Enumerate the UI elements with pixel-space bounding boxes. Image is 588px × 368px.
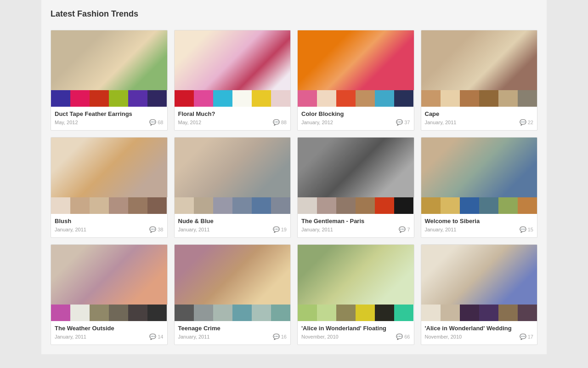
color-swatch xyxy=(175,305,194,321)
color-swatches xyxy=(51,305,167,321)
card-item[interactable]: CapeJanuary, 2011💬 22 xyxy=(421,30,538,131)
color-swatch xyxy=(109,197,128,214)
color-swatch xyxy=(298,305,317,321)
color-swatch xyxy=(498,90,518,107)
card-date: January, 2011 xyxy=(425,120,457,125)
card-image xyxy=(51,30,167,90)
card-comments: 💬 22 xyxy=(520,119,533,126)
color-swatch xyxy=(90,90,109,107)
card-meta: January, 2011💬 19 xyxy=(178,226,287,233)
color-swatch xyxy=(394,197,413,214)
card-image xyxy=(51,138,167,197)
comment-icon: 💬 xyxy=(273,226,280,233)
color-swatch xyxy=(421,305,441,321)
card-comments: 💬 14 xyxy=(149,334,163,340)
color-swatch xyxy=(232,305,252,321)
card-date: January, 2011 xyxy=(55,227,86,232)
comment-icon: 💬 xyxy=(520,226,526,233)
card-title: 'Alice in Wonderland' Wedding xyxy=(425,325,534,332)
card-meta: January, 2011💬 15 xyxy=(425,226,534,233)
card-comments: 💬 16 xyxy=(273,334,287,340)
color-swatches xyxy=(175,197,291,214)
card-date: January, 2011 xyxy=(425,227,457,232)
card-title: Cape xyxy=(425,110,534,117)
color-swatch xyxy=(375,305,394,321)
card-comments: 💬 17 xyxy=(520,334,533,340)
color-swatch xyxy=(394,90,413,107)
card-image xyxy=(298,138,414,197)
color-swatch xyxy=(213,305,232,321)
card-date: November, 2010 xyxy=(301,334,339,339)
color-swatch xyxy=(252,197,271,214)
card-item[interactable]: Nude & BlueJanuary, 2011💬 19 xyxy=(174,137,291,238)
color-swatch xyxy=(70,90,90,107)
card-item[interactable]: 'Alice in Wonderland' FloatingNovember, … xyxy=(297,244,414,345)
color-swatch xyxy=(317,90,336,107)
color-swatch xyxy=(128,305,147,321)
card-comments: 💬 88 xyxy=(273,119,287,126)
color-swatch xyxy=(317,197,336,214)
card-comments: 💬 68 xyxy=(149,119,163,126)
card-item[interactable]: Floral Much?May, 2012💬 88 xyxy=(174,30,291,131)
color-swatches xyxy=(298,197,414,214)
color-swatch xyxy=(70,305,90,321)
color-swatch xyxy=(194,90,213,107)
color-swatch xyxy=(460,90,479,107)
card-info: Welcome to SiberiaJanuary, 2011💬 15 xyxy=(421,214,537,237)
card-item[interactable]: The Gentleman - ParisJanuary, 2011💬 7 xyxy=(297,137,414,238)
card-date: May, 2012 xyxy=(178,120,202,125)
card-meta: January, 2011💬 14 xyxy=(55,334,164,340)
color-swatches xyxy=(298,305,414,321)
card-date: January, 2011 xyxy=(55,334,86,339)
color-swatch xyxy=(336,305,356,321)
card-title: Duct Tape Feather Earrings xyxy=(55,110,164,117)
color-swatch xyxy=(51,90,70,107)
card-comments: 💬 37 xyxy=(396,119,410,126)
color-swatch xyxy=(128,197,147,214)
color-swatches xyxy=(51,90,167,107)
color-swatch xyxy=(90,305,109,321)
color-swatch xyxy=(252,90,271,107)
card-title: Color Blocking xyxy=(301,110,410,117)
card-item[interactable]: 'Alice in Wonderland' WeddingNovember, 2… xyxy=(421,244,538,345)
card-date: November, 2010 xyxy=(425,334,462,339)
card-meta: January, 2011💬 7 xyxy=(301,226,410,233)
color-swatches xyxy=(421,305,537,321)
card-comments: 💬 7 xyxy=(399,226,410,233)
color-swatch xyxy=(109,305,128,321)
comment-icon: 💬 xyxy=(149,119,156,126)
color-swatch xyxy=(271,197,290,214)
comment-icon: 💬 xyxy=(273,119,280,126)
comment-icon: 💬 xyxy=(520,119,526,126)
color-swatch xyxy=(479,305,498,321)
color-swatches xyxy=(298,90,414,107)
color-swatch xyxy=(128,90,147,107)
card-item[interactable]: BlushJanuary, 2011💬 38 xyxy=(51,137,168,238)
card-image xyxy=(298,245,414,305)
card-date: January, 2011 xyxy=(178,334,210,339)
card-comments: 💬 19 xyxy=(273,226,287,233)
card-meta: November, 2010💬 66 xyxy=(301,334,410,340)
card-info: BlushJanuary, 2011💬 38 xyxy=(51,214,167,237)
color-swatch xyxy=(51,197,70,214)
comment-icon: 💬 xyxy=(399,226,406,233)
card-image xyxy=(421,138,537,197)
card-item[interactable]: Teenage CrimeJanuary, 2011💬 16 xyxy=(174,244,291,345)
card-info: Teenage CrimeJanuary, 2011💬 16 xyxy=(175,321,291,345)
color-swatch xyxy=(441,305,460,321)
color-swatch xyxy=(213,197,232,214)
card-item[interactable]: Duct Tape Feather EarringsMay, 2012💬 68 xyxy=(51,30,168,131)
card-item[interactable]: Welcome to SiberiaJanuary, 2011💬 15 xyxy=(421,137,538,238)
card-image xyxy=(175,245,291,305)
color-swatch xyxy=(498,197,518,214)
card-info: The Weather OutsideJanuary, 2011💬 14 xyxy=(51,321,167,345)
card-title: Floral Much? xyxy=(178,110,287,117)
color-swatch xyxy=(147,90,167,107)
card-item[interactable]: Color BlockingJanuary, 2012💬 37 xyxy=(297,30,414,131)
card-meta: May, 2012💬 88 xyxy=(178,119,287,126)
card-comments: 💬 66 xyxy=(396,334,410,340)
comment-icon: 💬 xyxy=(273,334,280,340)
card-title: Welcome to Siberia xyxy=(425,218,534,224)
card-item[interactable]: The Weather OutsideJanuary, 2011💬 14 xyxy=(51,244,168,345)
color-swatch xyxy=(356,197,375,214)
